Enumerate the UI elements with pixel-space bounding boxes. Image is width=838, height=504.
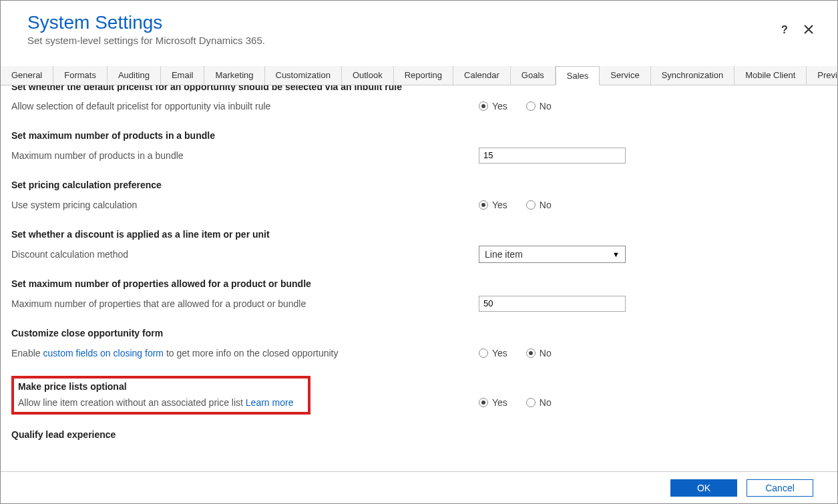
close-opp-yes[interactable]: Yes bbox=[479, 348, 507, 358]
radio-icon bbox=[526, 398, 536, 407]
learn-more-link[interactable]: Learn more bbox=[246, 397, 294, 408]
tab-auditing[interactable]: Auditing bbox=[108, 66, 161, 85]
price-lists-optional-highlight: Make price lists optional Allow line ite… bbox=[11, 376, 310, 415]
help-icon[interactable]: ? bbox=[779, 23, 791, 35]
price-optional-radio: Yes No bbox=[479, 397, 827, 408]
close-opp-label-post: to get more info on the closed opportuni… bbox=[164, 348, 339, 358]
radio-label: Yes bbox=[492, 348, 507, 358]
tab-previews[interactable]: Previews bbox=[807, 66, 838, 85]
price-optional-title: Make price lists optional bbox=[18, 381, 304, 392]
radio-icon bbox=[526, 200, 536, 210]
tab-synchronization[interactable]: Synchronization bbox=[651, 66, 735, 85]
price-optional-yes[interactable]: Yes bbox=[479, 397, 507, 408]
cutoff-heading: Set whether the default pricelist for an… bbox=[11, 85, 827, 91]
radio-icon bbox=[526, 348, 536, 358]
radio-label: No bbox=[540, 348, 552, 358]
radio-label: Yes bbox=[492, 200, 507, 210]
radio-label: No bbox=[540, 101, 552, 111]
qualify-lead-title: Qualify lead experience bbox=[11, 429, 827, 440]
discount-title: Set whether a discount is applied as a l… bbox=[11, 229, 827, 240]
radio-label: No bbox=[540, 397, 552, 408]
pricing-pref-label: Use system pricing calculation bbox=[11, 200, 479, 210]
page-title: System Settings bbox=[27, 13, 811, 33]
radio-icon bbox=[479, 398, 488, 407]
tab-customization[interactable]: Customization bbox=[265, 66, 342, 85]
price-optional-no[interactable]: No bbox=[526, 397, 552, 408]
radio-label: No bbox=[540, 200, 552, 210]
tab-outlook[interactable]: Outlook bbox=[342, 66, 394, 85]
pricing-pref-yes[interactable]: Yes bbox=[479, 200, 507, 210]
radio-label: Yes bbox=[492, 101, 507, 111]
tab-calendar[interactable]: Calendar bbox=[453, 66, 511, 85]
close-opp-no[interactable]: No bbox=[526, 348, 552, 358]
default-pricelist-label: Allow selection of default pricelist for… bbox=[11, 101, 479, 111]
tab-goals[interactable]: Goals bbox=[511, 66, 556, 85]
svg-text:?: ? bbox=[781, 24, 788, 35]
cancel-button[interactable]: Cancel bbox=[747, 479, 813, 497]
bundle-max-input[interactable] bbox=[479, 148, 626, 164]
default-pricelist-no[interactable]: No bbox=[526, 101, 552, 111]
tab-sales[interactable]: Sales bbox=[556, 66, 600, 85]
settings-scroll-panel[interactable]: Set whether the default pricelist for an… bbox=[1, 85, 837, 445]
custom-fields-link[interactable]: custom fields on closing form bbox=[43, 348, 164, 358]
ok-button[interactable]: OK bbox=[670, 479, 737, 497]
dialog-header: System Settings Set system-level setting… bbox=[1, 1, 837, 53]
tab-mobile-client[interactable]: Mobile Client bbox=[735, 66, 807, 85]
price-optional-label-pre: Allow line item creation without an asso… bbox=[18, 397, 246, 408]
default-pricelist-yes[interactable]: Yes bbox=[479, 101, 507, 111]
pricing-pref-no[interactable]: No bbox=[526, 200, 552, 210]
tab-reporting[interactable]: Reporting bbox=[394, 66, 453, 85]
close-icon[interactable] bbox=[803, 23, 815, 35]
tab-general[interactable]: General bbox=[1, 66, 53, 85]
discount-method-select[interactable]: Line item ▼ bbox=[479, 246, 626, 263]
close-opp-label: Enable custom fields on closing form to … bbox=[11, 348, 479, 358]
chevron-down-icon: ▼ bbox=[612, 250, 620, 258]
properties-max-title: Set maximum number of properties allowed… bbox=[11, 278, 827, 289]
default-pricelist-radio: Yes No bbox=[479, 101, 827, 111]
radio-icon bbox=[479, 348, 488, 358]
page-subtitle: Set system-level settings for Microsoft … bbox=[27, 35, 811, 46]
radio-icon bbox=[479, 200, 488, 210]
pricing-pref-title: Set pricing calculation preference bbox=[11, 180, 827, 190]
radio-icon bbox=[479, 101, 488, 111]
close-opp-title: Customize close opportunity form bbox=[11, 328, 827, 338]
bundle-max-label: Maximum number of products in a bundle bbox=[11, 150, 479, 161]
properties-max-label: Maximum number of properties that are al… bbox=[11, 298, 479, 309]
tab-marketing[interactable]: Marketing bbox=[204, 66, 264, 85]
pricing-pref-radio: Yes No bbox=[479, 200, 827, 210]
radio-label: Yes bbox=[492, 397, 507, 408]
tab-email[interactable]: Email bbox=[161, 66, 205, 85]
tab-strip: General Formats Auditing Email Marketing… bbox=[1, 66, 837, 85]
bundle-max-title: Set maximum number of products in a bund… bbox=[11, 130, 827, 141]
properties-max-input[interactable] bbox=[479, 296, 626, 312]
close-opp-radio: Yes No bbox=[479, 348, 827, 358]
tab-service[interactable]: Service bbox=[600, 66, 650, 85]
radio-icon bbox=[526, 101, 536, 111]
close-opp-label-pre: Enable bbox=[11, 348, 43, 358]
discount-label: Discount calculation method bbox=[11, 249, 479, 260]
select-value: Line item bbox=[485, 249, 523, 260]
tab-formats[interactable]: Formats bbox=[53, 66, 108, 85]
dialog-footer: OK Cancel bbox=[1, 471, 837, 503]
